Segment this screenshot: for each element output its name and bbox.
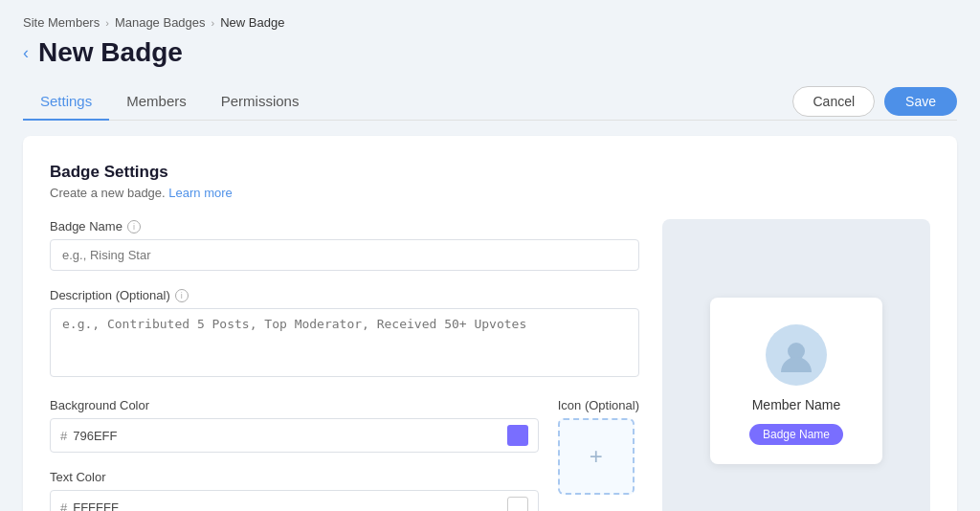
bg-color-input[interactable] [73, 429, 501, 443]
icon-optional-group: Icon (Optional) + [558, 398, 639, 495]
badge-name-info-icon: i [127, 220, 141, 233]
bg-color-label: Background Color [50, 398, 539, 412]
description-group: Description (Optional) i [50, 288, 639, 381]
tab-permissions[interactable]: Permissions [204, 83, 317, 121]
icon-upload-box[interactable]: + [558, 418, 635, 495]
preview-member-name: Member Name [752, 397, 841, 412]
text-color-input[interactable] [73, 500, 501, 512]
page-header: ‹ New Badge [23, 37, 957, 68]
preview-area: Member Name Badge Name [662, 219, 930, 511]
page-wrapper: Site Members › Manage Badges › New Badge… [0, 0, 980, 511]
section-title: Badge Settings [50, 163, 930, 182]
preview-card: Member Name Badge Name [710, 298, 882, 464]
breadcrumb-manage-badges[interactable]: Manage Badges [115, 15, 206, 30]
form-area: Badge Name i Description (Optional) i [50, 219, 639, 511]
bg-color-input-wrapper: # [50, 418, 539, 453]
avatar-icon [777, 336, 815, 374]
bg-color-swatch[interactable] [507, 425, 528, 446]
tabs-actions-bar: Settings Members Permissions Cancel Save [23, 83, 957, 121]
avatar [766, 324, 827, 386]
breadcrumb-site-members[interactable]: Site Members [23, 15, 100, 30]
tab-members[interactable]: Members [109, 83, 204, 121]
section-subtitle: Create a new badge. Learn more [50, 186, 930, 200]
badge-name-input[interactable] [50, 239, 639, 271]
bg-color-group: Background Color # [50, 398, 539, 453]
description-info-icon: i [175, 289, 189, 302]
badge-name-label: Badge Name i [50, 219, 639, 233]
preview-badge-pill: Badge Name [749, 424, 843, 445]
learn-more-link[interactable]: Learn more [168, 186, 232, 200]
description-label: Description (Optional) i [50, 288, 639, 302]
page-title: New Badge [38, 37, 183, 68]
badge-name-group: Badge Name i [50, 219, 639, 271]
cancel-button[interactable]: Cancel [792, 86, 875, 117]
breadcrumb: Site Members › Manage Badges › New Badge [23, 15, 957, 30]
text-color-swatch[interactable] [507, 497, 528, 511]
back-button[interactable]: ‹ [23, 44, 29, 61]
form-and-preview: Badge Name i Description (Optional) i [50, 219, 930, 511]
content-area: Badge Settings Create a new badge. Learn… [23, 136, 957, 511]
tabs: Settings Members Permissions [23, 83, 316, 120]
breadcrumb-sep-2: › [212, 17, 215, 29]
text-hash-symbol: # [60, 500, 67, 512]
text-color-label: Text Color [50, 470, 539, 484]
breadcrumb-current: New Badge [220, 15, 284, 30]
text-color-group: Text Color # [50, 470, 539, 511]
tab-settings[interactable]: Settings [23, 83, 109, 121]
save-button[interactable]: Save [884, 87, 957, 116]
icon-optional-label: Icon (Optional) [558, 398, 639, 412]
description-input[interactable] [50, 308, 639, 377]
plus-icon: + [590, 445, 603, 468]
text-color-input-wrapper: # [50, 490, 539, 511]
actions: Cancel Save [792, 86, 957, 117]
breadcrumb-sep-1: › [105, 17, 109, 29]
bg-hash-symbol: # [60, 429, 67, 443]
